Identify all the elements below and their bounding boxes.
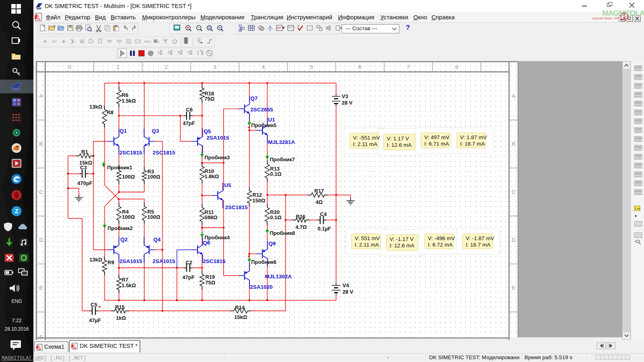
svg-text:MISC: MISC xyxy=(144,40,151,43)
svg-text:Z: Z xyxy=(15,208,19,214)
svg-text:v: v xyxy=(119,42,120,44)
svg-text:TTL: TTL xyxy=(89,38,92,40)
svg-text:ROU: ROU xyxy=(184,37,188,37)
svg-text:CMOS: CMOS xyxy=(98,38,103,40)
